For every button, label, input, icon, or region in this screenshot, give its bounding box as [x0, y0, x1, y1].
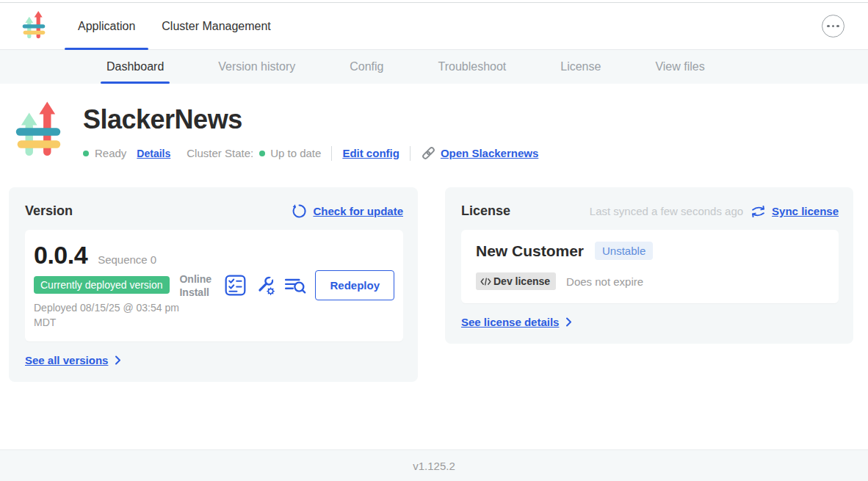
- version-card: Version Check for update: [9, 187, 418, 382]
- preflight-checklist-icon[interactable]: [225, 275, 246, 296]
- config-wrench-gear-icon[interactable]: [255, 275, 275, 296]
- top-nav-bar: Application Cluster Management: [0, 3, 868, 50]
- console-version: v1.125.2: [413, 460, 455, 472]
- channel-badge: Unstable: [595, 242, 653, 260]
- open-app-link[interactable]: Open Slackernews: [441, 147, 538, 159]
- license-summary-panel: New Customer Unstable: [461, 230, 839, 303]
- check-for-update-link[interactable]: Check for update: [292, 203, 403, 219]
- customer-name: New Customer: [476, 242, 584, 260]
- subnav-item-license[interactable]: License: [554, 50, 607, 84]
- cluster-state-label: Cluster State:: [187, 147, 253, 159]
- dashboard-cards: Version Check for update: [0, 187, 868, 382]
- tab-cluster-management[interactable]: Cluster Management: [148, 3, 284, 49]
- license-card-title: License: [461, 203, 510, 219]
- tab-application[interactable]: Application: [65, 3, 148, 49]
- tab-application-label: Application: [78, 20, 135, 33]
- chain-link-icon: [421, 145, 436, 161]
- app-status-row: Ready Details Cluster State: Up to date …: [83, 145, 538, 161]
- app-logo-large: [13, 101, 63, 163]
- overflow-menu-button[interactable]: [822, 15, 845, 37]
- status-details-link[interactable]: Details: [137, 148, 170, 159]
- version-number: 0.0.4: [34, 241, 87, 270]
- deployed-timestamp: Deployed 08/15/25 @ 03:54 pm MDT: [34, 300, 179, 330]
- chevron-right-icon: [115, 355, 121, 366]
- redeploy-button[interactable]: Redeploy: [315, 270, 394, 300]
- tab-cluster-management-label: Cluster Management: [162, 20, 271, 33]
- app-subnav: Dashboard Version history Config Trouble…: [0, 50, 868, 84]
- subnav-item-config[interactable]: Config: [344, 50, 389, 84]
- currently-deployed-badge: Currently deployed version: [34, 276, 170, 294]
- cluster-state-value: Up to date: [270, 147, 321, 159]
- deploy-logs-magnifier-icon[interactable]: [284, 276, 306, 295]
- app-title: SlackerNews: [83, 104, 538, 135]
- dashboard-main: SlackerNews Ready Details Cluster State:…: [0, 84, 868, 382]
- subnav-item-view-files[interactable]: View files: [649, 50, 710, 84]
- current-version-panel: 0.0.4 Sequence 0 Currently deployed vers…: [25, 230, 403, 341]
- see-license-details-link[interactable]: See license details: [461, 316, 572, 328]
- sequence-label: Sequence 0: [98, 253, 156, 266]
- ellipsis-icon: [827, 25, 830, 28]
- refresh-history-icon: [292, 203, 307, 219]
- license-expiry: Does not expire: [566, 275, 643, 288]
- app-logo-small[interactable]: [19, 11, 48, 42]
- vertical-divider: [331, 146, 332, 161]
- subnav-item-troubleshoot[interactable]: Troubleshoot: [432, 50, 512, 84]
- license-type-badge: Dev license: [476, 272, 556, 290]
- edit-config-link[interactable]: Edit config: [342, 147, 399, 159]
- admin-console-page: Application Cluster Management Dashboard…: [0, 0, 868, 481]
- slackernews-arrows-logo-icon: [19, 11, 48, 42]
- app-hero: SlackerNews Ready Details Cluster State:…: [0, 84, 868, 163]
- see-all-versions-link[interactable]: See all versions: [25, 354, 121, 366]
- subnav-item-version-history[interactable]: Version history: [212, 50, 301, 84]
- sync-license-link[interactable]: Sync license: [751, 205, 839, 218]
- top-tabs: Application Cluster Management: [65, 3, 284, 49]
- console-footer: v1.125.2: [0, 449, 868, 481]
- license-card: License Last synced a few seconds ago: [445, 187, 853, 344]
- slackernews-arrows-logo-icon: [13, 101, 63, 163]
- version-card-title: Version: [25, 203, 73, 219]
- sync-arrows-icon: [751, 205, 766, 218]
- cluster-state-dot: [259, 151, 265, 156]
- code-brackets-icon: [480, 278, 491, 286]
- vertical-divider: [410, 146, 411, 161]
- subnav-item-dashboard[interactable]: Dashboard: [101, 50, 170, 84]
- last-synced-text: Last synced a few seconds ago: [590, 205, 743, 217]
- install-type-label: Online Install: [179, 272, 216, 299]
- chevron-right-icon: [565, 317, 572, 328]
- app-status-dot: [83, 151, 89, 156]
- app-status-text: Ready: [95, 147, 126, 159]
